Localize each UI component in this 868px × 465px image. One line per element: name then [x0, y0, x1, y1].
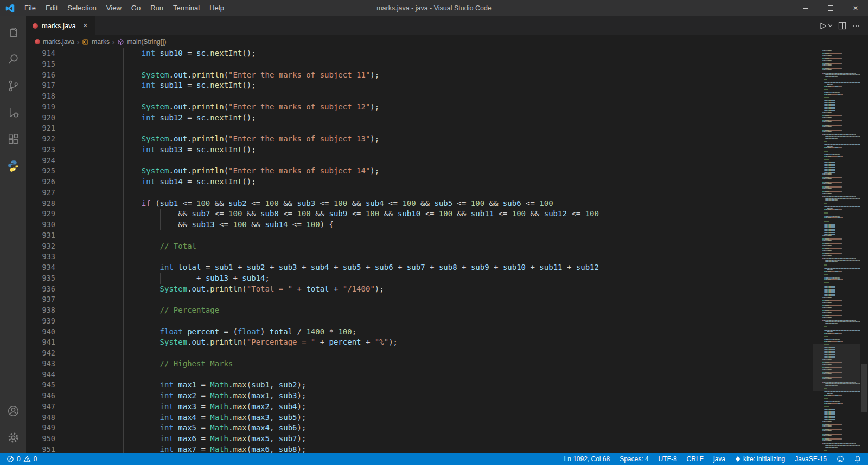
line-number[interactable]: 949 — [26, 423, 55, 434]
line-number[interactable]: 941 — [26, 337, 55, 348]
code-line[interactable]: 924 — [26, 156, 813, 166]
settings-icon[interactable] — [0, 424, 26, 451]
status-notifications[interactable] — [853, 453, 863, 465]
line-number[interactable]: 944 — [26, 370, 55, 380]
line-number[interactable]: 933 — [26, 251, 55, 262]
problems-indicator[interactable]: 00 — [5, 453, 38, 465]
code-line[interactable]: 950 int max6 = Math.max(max5, sub7); — [26, 434, 813, 444]
status-language-mode[interactable]: java — [712, 453, 726, 465]
menu-edit[interactable]: Edit — [41, 0, 62, 16]
line-number[interactable]: 916 — [26, 70, 55, 81]
line-number[interactable]: 924 — [26, 156, 55, 166]
line-number[interactable]: 914 — [26, 48, 55, 59]
breadcrumb-item[interactable]: marks — [82, 38, 110, 46]
editor-scrollbar[interactable] — [860, 48, 868, 453]
menu-view[interactable]: View — [101, 0, 126, 16]
status-feedback[interactable] — [835, 453, 845, 465]
explorer-icon[interactable] — [0, 20, 26, 46]
more-actions-button[interactable] — [850, 20, 863, 32]
search-icon[interactable] — [0, 46, 26, 73]
line-number[interactable]: 920 — [26, 113, 55, 124]
menu-selection[interactable]: Selection — [62, 0, 101, 16]
code-line[interactable]: 914 int sub10 = sc.nextInt(); — [26, 48, 813, 59]
menu-run[interactable]: Run — [145, 0, 168, 16]
line-number[interactable]: 923 — [26, 145, 55, 156]
code-line[interactable]: 930 && sub13 <= 100 && sub14 <= 100) { — [26, 219, 813, 230]
tab-close-icon[interactable]: ✕ — [83, 22, 88, 29]
breadcrumb-item[interactable]: main(String[]) — [117, 38, 166, 46]
code-line[interactable]: 947 int max3 = Math.max(max2, sub4); — [26, 402, 813, 412]
source-control-icon[interactable] — [0, 73, 26, 99]
code-line[interactable]: 942 — [26, 348, 813, 359]
code-line[interactable]: 936 System.out.println("Total = " + tota… — [26, 284, 813, 295]
code-line[interactable]: 946 int max2 = Math.max(max1, sub3); — [26, 391, 813, 402]
line-number[interactable]: 934 — [26, 262, 55, 273]
line-number[interactable]: 921 — [26, 123, 55, 134]
line-number[interactable]: 915 — [26, 59, 55, 70]
code-line[interactable]: 927 — [26, 188, 813, 198]
code-line[interactable]: 929 && sub7 <= 100 && sub8 <= 100 && sub… — [26, 209, 813, 219]
code-line[interactable]: 926 int sub14 = sc.nextInt(); — [26, 177, 813, 188]
status-encoding[interactable]: UTF-8 — [658, 453, 678, 465]
tab-marks.java[interactable]: marks.java✕ — [26, 16, 95, 35]
line-number[interactable]: 936 — [26, 284, 55, 295]
code-line[interactable]: 949 int max5 = Math.max(max4, sub6); — [26, 423, 813, 434]
extensions-icon[interactable] — [0, 126, 26, 152]
maximize-button[interactable] — [818, 0, 843, 16]
split-editor-button[interactable] — [836, 20, 848, 31]
code-line[interactable]: 921 — [26, 123, 813, 134]
code-line[interactable]: 928 if (sub1 <= 100 && sub2 <= 100 && su… — [26, 198, 813, 209]
code-line[interactable]: 916 System.out.println("Enter the marks … — [26, 70, 813, 81]
status-cursor-position[interactable]: Ln 1092, Col 68 — [563, 453, 611, 465]
code-line[interactable]: 925 System.out.println("Enter the marks … — [26, 166, 813, 177]
close-button[interactable]: ✕ — [843, 0, 868, 16]
code-line[interactable]: 943 // Highest Marks — [26, 359, 813, 370]
line-number[interactable]: 932 — [26, 241, 55, 252]
code-line[interactable]: 923 int sub13 = sc.nextInt(); — [26, 145, 813, 156]
line-number[interactable]: 948 — [26, 412, 55, 423]
line-number[interactable]: 947 — [26, 402, 55, 412]
code-line[interactable]: 934 int total = sub1 + sub2 + sub3 + sub… — [26, 262, 813, 273]
run-debug-icon[interactable] — [0, 99, 26, 126]
code-line[interactable]: 938 // Percentage — [26, 305, 813, 316]
code-line[interactable]: 922 System.out.println("Enter the marks … — [26, 134, 813, 145]
code-line[interactable]: 920 int sub12 = sc.nextInt(); — [26, 113, 813, 124]
line-number[interactable]: 937 — [26, 294, 55, 305]
line-number[interactable]: 922 — [26, 134, 55, 145]
code-line[interactable]: 932 // Total — [26, 241, 813, 252]
code-line[interactable]: 948 int max4 = Math.max(max3, sub5); — [26, 412, 813, 423]
menu-help[interactable]: Help — [205, 0, 229, 16]
code-line[interactable]: 919 System.out.println("Enter the marks … — [26, 102, 813, 113]
breadcrumb-item[interactable]: marks.java — [35, 38, 74, 46]
line-number[interactable]: 918 — [26, 91, 55, 102]
code-line[interactable]: 941 System.out.println("Percentage = " +… — [26, 337, 813, 348]
line-number[interactable]: 950 — [26, 434, 55, 444]
line-number[interactable]: 939 — [26, 316, 55, 327]
menu-file[interactable]: File — [20, 0, 41, 16]
code-line[interactable]: 951 int max7 = Math.max(max6, sub8); — [26, 444, 813, 453]
status-indentation[interactable]: Spaces: 4 — [618, 453, 649, 465]
python-icon[interactable] — [0, 152, 26, 179]
line-number[interactable]: 926 — [26, 177, 55, 188]
code-line[interactable]: 945 int max1 = Math.max(sub1, sub2); — [26, 380, 813, 391]
line-number[interactable]: 935 — [26, 273, 55, 284]
code-line[interactable]: 931 — [26, 230, 813, 241]
line-number[interactable]: 940 — [26, 327, 55, 338]
line-number[interactable]: 917 — [26, 80, 55, 91]
code-line[interactable]: 915 — [26, 59, 813, 70]
scrollbar-thumb[interactable] — [861, 364, 867, 413]
minimap-slider[interactable] — [813, 344, 860, 391]
line-number[interactable]: 938 — [26, 305, 55, 316]
code-line[interactable]: 933 — [26, 251, 813, 262]
line-number[interactable]: 928 — [26, 198, 55, 209]
code-line[interactable]: 940 float percent = (float) total / 1400… — [26, 327, 813, 338]
line-number[interactable]: 919 — [26, 102, 55, 113]
code-line[interactable]: 939 — [26, 316, 813, 327]
line-number[interactable]: 931 — [26, 230, 55, 241]
line-number[interactable]: 951 — [26, 444, 55, 453]
line-number[interactable]: 945 — [26, 380, 55, 391]
menu-terminal[interactable]: Terminal — [168, 0, 205, 16]
line-number[interactable]: 942 — [26, 348, 55, 359]
code-line[interactable]: 918 — [26, 91, 813, 102]
status-eol[interactable]: CRLF — [686, 453, 705, 465]
